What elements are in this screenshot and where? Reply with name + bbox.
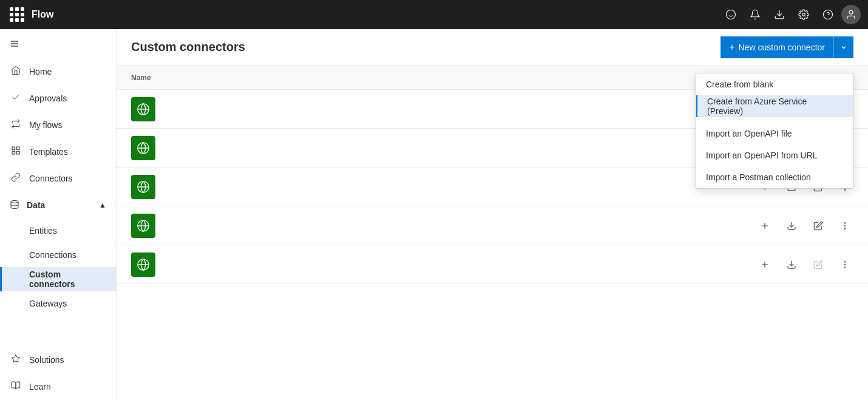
feedback-icon[interactable] bbox=[720, 4, 742, 25]
connector-icon-2 bbox=[131, 136, 155, 160]
dropdown-item-create-blank[interactable]: Create from blank bbox=[696, 73, 853, 95]
sidebar: Home Approvals My flows Templates Connec bbox=[0, 29, 117, 400]
approvals-icon bbox=[10, 92, 22, 104]
svg-point-45 bbox=[844, 222, 845, 223]
sidebar-item-connectors[interactable]: Connectors bbox=[0, 165, 116, 192]
svg-point-39 bbox=[844, 189, 845, 190]
svg-point-47 bbox=[844, 228, 845, 229]
row-add-btn-4[interactable] bbox=[756, 217, 773, 234]
connectors-icon bbox=[10, 172, 22, 185]
sidebar-item-data[interactable]: Data ▲ bbox=[0, 192, 116, 219]
sidebar-item-solutions[interactable]: Solutions bbox=[0, 347, 116, 373]
connector-icon-4 bbox=[131, 214, 155, 238]
sidebar-item-gateways[interactable]: Gateways bbox=[0, 291, 116, 316]
sidebar-item-myflows[interactable]: My flows bbox=[0, 112, 116, 138]
new-connector-dropdown: Create from blank Create from Azure Serv… bbox=[696, 73, 853, 189]
dropdown-item-import-openapi-url[interactable]: Import an OpenAPI from URL bbox=[696, 144, 853, 166]
app-title: Flow bbox=[32, 9, 720, 20]
svg-point-7 bbox=[849, 10, 853, 14]
notifications-icon[interactable] bbox=[744, 4, 766, 25]
table-row bbox=[117, 206, 868, 245]
connector-icon-1 bbox=[131, 97, 155, 121]
row-actions-4 bbox=[756, 217, 853, 234]
dropdown-item-import-openapi-file-label: Import an OpenAPI file bbox=[706, 129, 792, 138]
sidebar-item-custom-connectors[interactable]: Custom connectors bbox=[0, 267, 116, 291]
dropdown-item-import-openapi-url-label: Import an OpenAPI from URL bbox=[706, 151, 818, 160]
row-more-btn-4[interactable] bbox=[836, 217, 853, 234]
svg-rect-11 bbox=[12, 147, 15, 150]
row-download-btn-4[interactable] bbox=[783, 217, 800, 234]
dropdown-item-create-blank-label: Create from blank bbox=[706, 80, 773, 89]
user-avatar[interactable] bbox=[841, 5, 861, 24]
sidebar-item-entities[interactable]: Entities bbox=[0, 219, 116, 243]
data-chevron-icon: ▲ bbox=[99, 201, 106, 209]
dropdown-item-import-postman[interactable]: Import a Postman collection bbox=[696, 166, 853, 188]
sidebar-item-custom-connectors-label: Custom connectors bbox=[29, 269, 106, 289]
table-row bbox=[117, 245, 868, 284]
sidebar-item-templates-label: Templates bbox=[29, 147, 68, 157]
row-edit-btn-5[interactable] bbox=[810, 256, 827, 273]
sidebar-item-connectors-label: Connectors bbox=[29, 174, 73, 183]
main-layout: Home Approvals My flows Templates Connec bbox=[0, 29, 868, 400]
svg-point-54 bbox=[844, 264, 845, 265]
connector-icon-3 bbox=[131, 175, 155, 199]
sidebar-item-connections[interactable]: Connections bbox=[0, 243, 116, 267]
content-area: Custom connectors + New custom connector… bbox=[117, 29, 868, 400]
sidebar-toggle-button[interactable] bbox=[0, 29, 116, 58]
help-icon[interactable] bbox=[817, 4, 839, 25]
dropdown-item-create-azure[interactable]: Create from Azure Service (Preview) bbox=[696, 95, 853, 117]
sidebar-item-approvals[interactable]: Approvals bbox=[0, 85, 116, 112]
sidebar-item-learn[interactable]: Learn bbox=[0, 373, 116, 400]
row-add-btn-5[interactable] bbox=[756, 256, 773, 273]
plus-icon: + bbox=[729, 42, 734, 53]
dropdown-item-import-postman-label: Import a Postman collection bbox=[706, 172, 811, 182]
data-icon bbox=[10, 200, 19, 211]
sidebar-item-learn-label: Learn bbox=[29, 382, 51, 392]
svg-rect-14 bbox=[12, 151, 15, 154]
dropdown-divider bbox=[696, 120, 853, 120]
waffle-button[interactable] bbox=[7, 5, 27, 24]
svg-point-5 bbox=[824, 10, 833, 19]
new-connector-main[interactable]: + New custom connector bbox=[721, 36, 834, 58]
svg-rect-13 bbox=[16, 151, 19, 154]
row-download-btn-5[interactable] bbox=[783, 256, 800, 273]
settings-icon[interactable] bbox=[793, 4, 815, 25]
home-icon bbox=[10, 66, 22, 78]
templates-icon bbox=[10, 146, 22, 158]
sidebar-item-gateways-label: Gateways bbox=[29, 299, 67, 308]
sidebar-item-home[interactable]: Home bbox=[0, 58, 116, 85]
page-title: Custom connectors bbox=[131, 40, 245, 54]
sidebar-item-solutions-label: Solutions bbox=[29, 355, 64, 365]
connector-icon-5 bbox=[131, 253, 155, 277]
sidebar-item-data-label: Data bbox=[27, 200, 45, 210]
sidebar-item-templates[interactable]: Templates bbox=[0, 138, 116, 165]
new-connector-button[interactable]: + New custom connector bbox=[721, 36, 853, 58]
svg-point-15 bbox=[11, 200, 18, 203]
row-actions-5 bbox=[756, 256, 853, 273]
waffle-icon bbox=[10, 7, 24, 22]
sidebar-item-home-label: Home bbox=[29, 67, 52, 76]
row-edit-btn-4[interactable] bbox=[810, 217, 827, 234]
data-sub-section: Entities Connections Custom connectors G… bbox=[0, 219, 116, 316]
new-connector-label: New custom connector bbox=[739, 42, 825, 52]
sidebar-item-entities-label: Entities bbox=[29, 226, 57, 236]
topbar: Flow bbox=[0, 0, 868, 29]
svg-rect-12 bbox=[16, 147, 19, 150]
sidebar-item-approvals-label: Approvals bbox=[29, 93, 67, 103]
new-connector-btn-wrapper: + New custom connector Create from blank… bbox=[721, 36, 853, 58]
dropdown-item-create-azure-label: Create from Azure Service (Preview) bbox=[707, 97, 843, 116]
svg-point-53 bbox=[844, 261, 845, 262]
dropdown-item-import-openapi-file[interactable]: Import an OpenAPI file bbox=[696, 123, 853, 144]
sidebar-item-myflows-label: My flows bbox=[29, 120, 62, 130]
content-header: Custom connectors + New custom connector… bbox=[117, 29, 868, 66]
new-connector-dropdown-toggle[interactable] bbox=[834, 36, 853, 58]
solutions-icon bbox=[10, 354, 22, 366]
sidebar-item-connections-label: Connections bbox=[29, 250, 76, 260]
svg-point-4 bbox=[802, 13, 805, 16]
learn-icon bbox=[10, 381, 22, 393]
svg-point-46 bbox=[844, 225, 845, 226]
svg-point-55 bbox=[844, 267, 845, 268]
download-icon[interactable] bbox=[768, 4, 790, 25]
topbar-actions bbox=[720, 4, 861, 25]
row-more-btn-5[interactable] bbox=[836, 256, 853, 273]
